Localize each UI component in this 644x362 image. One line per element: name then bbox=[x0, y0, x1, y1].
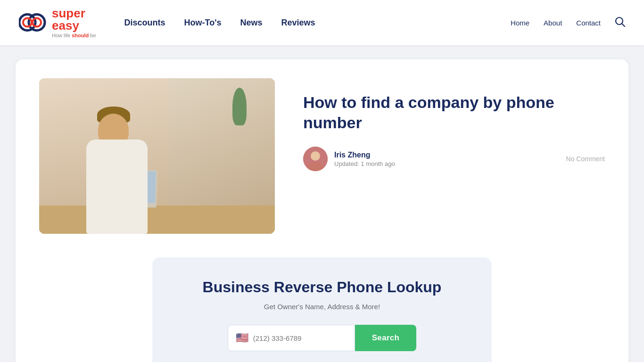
widget-title: Business Reverse Phone Lookup bbox=[166, 279, 478, 296]
nav-reviews[interactable]: Reviews bbox=[281, 18, 315, 28]
svg-point-7 bbox=[311, 151, 320, 161]
author-avatar bbox=[303, 147, 328, 171]
article-image bbox=[39, 78, 275, 234]
nav-discounts[interactable]: Discounts bbox=[124, 18, 165, 28]
author-meta: Iris Zheng Updated: 1 month ago bbox=[334, 151, 560, 167]
author-name: Iris Zheng bbox=[334, 151, 560, 159]
content-card: How to find a company by phone number Ir… bbox=[16, 59, 628, 362]
logo-icon bbox=[19, 8, 47, 37]
site-logo[interactable]: super easy How life should be bbox=[19, 7, 96, 38]
article-hero: How to find a company by phone number Ir… bbox=[39, 78, 605, 234]
main-nav: Discounts How-To's News Reviews bbox=[124, 18, 511, 28]
avatar-image bbox=[303, 147, 328, 171]
author-row: Iris Zheng Updated: 1 month ago No Comme… bbox=[303, 147, 605, 171]
svg-line-5 bbox=[622, 24, 625, 26]
us-flag-icon: 🇺🇸 bbox=[236, 332, 248, 344]
search-icon-button[interactable] bbox=[615, 16, 625, 29]
widget-subtitle: Get Owner's Name, Address & More! bbox=[166, 303, 478, 311]
logo-easy: easy bbox=[52, 18, 79, 33]
nav-news[interactable]: News bbox=[240, 18, 263, 28]
logo-brand: super easy bbox=[52, 7, 96, 32]
search-button[interactable]: Search bbox=[355, 325, 417, 351]
nav-contact[interactable]: Contact bbox=[576, 19, 601, 27]
logo-text: super easy How life should be bbox=[52, 7, 96, 38]
nav-about[interactable]: About bbox=[544, 19, 562, 27]
phone-input[interactable] bbox=[253, 334, 347, 342]
phone-input-wrapper: 🇺🇸 bbox=[228, 325, 355, 351]
author-updated: Updated: 1 month ago bbox=[334, 160, 560, 167]
svg-point-2 bbox=[23, 18, 32, 27]
search-icon bbox=[615, 16, 625, 27]
right-nav: Home About Contact bbox=[511, 16, 625, 29]
article-info: How to find a company by phone number Ir… bbox=[303, 78, 605, 171]
phone-lookup-form: 🇺🇸 Search bbox=[166, 325, 478, 351]
search-widget: Business Reverse Phone Lookup Get Owner'… bbox=[152, 257, 492, 362]
logo-tagline: How life should be bbox=[52, 33, 96, 38]
site-header: super easy How life should be Discounts … bbox=[0, 0, 644, 45]
nav-howtos[interactable]: How-To's bbox=[184, 18, 222, 28]
svg-point-3 bbox=[33, 18, 41, 27]
nav-home[interactable]: Home bbox=[511, 19, 529, 27]
article-title: How to find a company by phone number bbox=[303, 92, 605, 132]
page-main: How to find a company by phone number Ir… bbox=[0, 59, 644, 362]
comment-count: No Comment bbox=[566, 155, 605, 163]
